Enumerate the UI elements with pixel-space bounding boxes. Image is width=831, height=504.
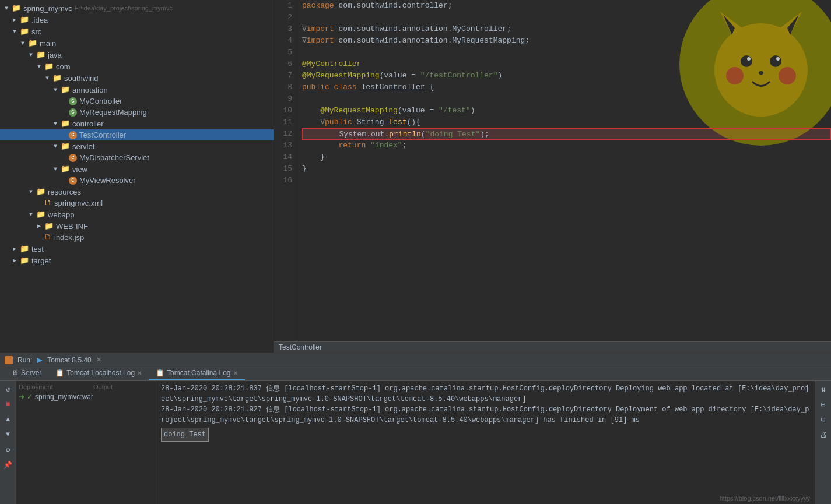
tree-item-springmvc-xml[interactable]: 🗋 springmvc.xml	[0, 198, 274, 209]
tree-item-mycontroller[interactable]: C MyController	[0, 96, 274, 107]
webinf-label: WEB-INF	[56, 222, 88, 231]
run-title: Tomcat 8.5.40	[47, 356, 91, 364]
run-right-content: 28-Jan-2020 20:28:21.837 信息 [localhost-s…	[156, 381, 815, 504]
mydispatcher-label: MyDispatcherServlet	[79, 153, 149, 162]
scroll-up-btn[interactable]: ▲	[2, 414, 14, 425]
tree-item-myrequestmapping[interactable]: C MyRequestMapping	[0, 107, 274, 118]
tree-item-controller[interactable]: ▼ 📁 controller	[0, 118, 274, 129]
run-tabs: 🖥 Server 📋 Tomcat Localhost Log ✕ 📋 Tomc…	[0, 366, 831, 381]
tab-catalina-icon: 📋	[156, 369, 164, 377]
expand-btn[interactable]: ⊞	[818, 414, 829, 425]
run-body: ↺ ■ ▲ ▼ ⚙ 📌 Deployment Output ➜ ✓ spring…	[0, 381, 831, 504]
stop-btn[interactable]: ■	[2, 399, 14, 410]
servlet-label: servlet	[72, 142, 94, 151]
tree-item-src[interactable]: ▼ 📁 src	[0, 26, 274, 37]
tree-item-target[interactable]: ▶ 📁 target	[0, 255, 274, 266]
tree-item-com[interactable]: ▼ 📁 com	[0, 61, 274, 72]
java-icon-2: C	[69, 108, 77, 117]
code-line-3: ∇import com.southwind.annotation.MyContr…	[302, 23, 831, 35]
run-stop-icon	[5, 356, 13, 364]
tab-localhost-close[interactable]: ✕	[137, 370, 142, 376]
tree-item-idea[interactable]: ▶ 📁 .idea	[0, 14, 274, 26]
editor-area: 12345 678910 1112131415 16 package com.s…	[274, 0, 831, 353]
expand-arrow-annotation: ▼	[51, 87, 59, 93]
code-line-16	[302, 175, 831, 186]
class-icon: C	[69, 131, 77, 139]
editor-footer: TestController	[274, 341, 831, 353]
java-label: java	[48, 51, 62, 59]
output-line-3: doing Test	[161, 428, 810, 442]
run-icon: ▶	[37, 355, 43, 364]
project-path: E:\idea\day_project\spring_mymvc	[75, 5, 173, 12]
tab-localhost-log[interactable]: 📋 Tomcat Localhost Log ✕	[48, 366, 149, 380]
expand-arrow-idea: ▶	[10, 16, 19, 23]
tree-item-mydispatcher[interactable]: C MyDispatcherServlet	[0, 152, 274, 163]
code-editor[interactable]: 12345 678910 1112131415 16 package com.s…	[274, 0, 831, 341]
class-icon-3: C	[69, 177, 77, 185]
target-label: target	[31, 256, 51, 265]
com-label: com	[56, 62, 71, 71]
code-content: package com.southwind.controller; ∇impor…	[297, 0, 831, 341]
code-line-11: ∇public String Test(){	[302, 117, 831, 128]
expand-arrow-com: ▼	[35, 64, 43, 70]
tree-item-index-jsp[interactable]: 🗋 index.jsp	[0, 232, 274, 243]
expand-arrow-southwind: ▼	[43, 75, 51, 82]
tree-item-project[interactable]: ▼ 📁 spring_mymvc E:\idea\day_project\spr…	[0, 2, 274, 14]
tree-item-test[interactable]: ▶ 📁 test	[0, 243, 274, 255]
controller-label: controller	[72, 119, 103, 128]
output-line-1: 28-Jan-2020 20:28:21.837 信息 [localhost-s…	[161, 383, 810, 404]
run-close-btn[interactable]: ✕	[96, 356, 101, 364]
restart-btn[interactable]: ↺	[2, 383, 14, 395]
tree-item-webapp[interactable]: ▼ 📁 webapp	[0, 209, 274, 220]
run-header: Run: ▶ Tomcat 8.5.40 ✕	[0, 354, 831, 366]
view-label: view	[72, 165, 87, 174]
tree-item-myviewresolver[interactable]: C MyViewResolver	[0, 175, 274, 186]
deployment-item[interactable]: ➜ ✓ spring_mymvc:war	[19, 393, 153, 401]
scroll-down-btn[interactable]: ▼	[2, 429, 14, 440]
tree-item-southwind[interactable]: ▼ 📁 southwind	[0, 72, 274, 84]
java-icon: C	[69, 97, 77, 105]
doing-test-output: doing Test	[161, 428, 209, 442]
code-line-10: @MyRequestMapping(value = "/test")	[302, 105, 831, 117]
code-line-15: }	[302, 163, 831, 175]
sort-btn[interactable]: ⇅	[818, 383, 829, 395]
code-line-1: package com.southwind.controller;	[302, 0, 831, 12]
tab-server[interactable]: 🖥 Server	[5, 366, 48, 380]
tab-localhost-label: Tomcat Localhost Log	[66, 369, 135, 377]
expand-arrow-resources: ▼	[27, 189, 35, 195]
run-panel: Run: ▶ Tomcat 8.5.40 ✕ 🖥 Server 📋 Tomcat…	[0, 353, 831, 504]
output-col-header: Output	[93, 383, 113, 390]
tree-item-annotation[interactable]: ▼ 📁 annotation	[0, 84, 274, 96]
expand-arrow: ▼	[2, 5, 10, 12]
expand-arrow-src: ▼	[10, 29, 19, 35]
webapp-label: webapp	[48, 210, 75, 219]
run-label: Run:	[17, 356, 32, 364]
tab-server-label: Server	[21, 369, 41, 377]
src-label: src	[31, 27, 41, 36]
tab-catalina-label: Tomcat Catalina Log	[167, 369, 230, 377]
tree-item-resources[interactable]: ▼ 📁 resources	[0, 186, 274, 198]
tab-catalina-close[interactable]: ✕	[233, 370, 238, 376]
index-jsp-label: index.jsp	[54, 233, 84, 242]
project-tree[interactable]: ▼ 📁 spring_mymvc E:\idea\day_project\spr…	[0, 0, 274, 353]
testcontroller-label: TestController	[79, 131, 126, 139]
pin-btn[interactable]: 📌	[2, 459, 14, 471]
tree-item-testcontroller[interactable]: C TestController	[0, 129, 274, 140]
tree-item-webinf[interactable]: ▶ 📁 WEB-INF	[0, 220, 274, 232]
expand-arrow-controller: ▼	[51, 121, 59, 127]
tree-item-main[interactable]: ▼ 📁 main	[0, 37, 274, 49]
tree-item-view[interactable]: ▼ 📁 view	[0, 163, 274, 175]
test-label: test	[31, 245, 44, 253]
tree-item-servlet[interactable]: ▼ 📁 servlet	[0, 140, 274, 152]
tab-catalina-log[interactable]: 📋 Tomcat Catalina Log ✕	[149, 366, 244, 380]
filter-btn[interactable]: ⊟	[818, 399, 829, 410]
csdn-link: https://blog.csdn.net/llllxxxxyyyy	[720, 495, 810, 502]
line-numbers: 12345 678910 1112131415 16	[274, 0, 297, 341]
print-btn[interactable]: 🖨	[818, 429, 829, 440]
output-line-2: 28-Jan-2020 20:28:21.927 信息 [localhost-s…	[161, 404, 810, 425]
editor-filename: TestController	[279, 343, 322, 351]
idea-label: .idea	[31, 16, 48, 24]
settings-btn[interactable]: ⚙	[2, 444, 14, 456]
tree-item-java[interactable]: ▼ 📁 java	[0, 49, 274, 61]
myviewresolver-label: MyViewResolver	[79, 176, 136, 185]
